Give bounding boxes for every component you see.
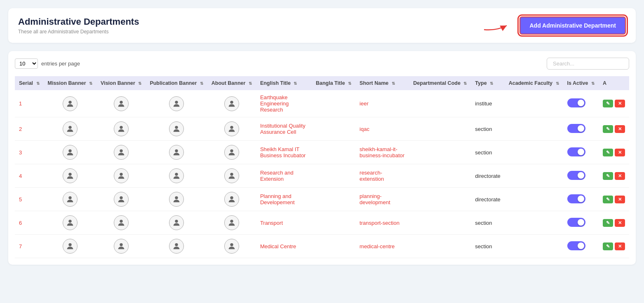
delete-button[interactable]: ✕ [615, 196, 625, 203]
delete-button[interactable]: ✕ [615, 149, 625, 156]
avatar-icon [224, 96, 239, 111]
svg-point-8 [68, 149, 71, 152]
cell-mission-banner [44, 211, 97, 235]
cell-short-name: research-extenstion [355, 164, 409, 188]
cell-is-active [563, 211, 599, 235]
cell-academic-faculty [505, 141, 563, 164]
table-row: 5 Planning and Developement planning-dev… [15, 188, 629, 211]
svg-point-5 [120, 126, 122, 129]
cell-academic-faculty [505, 164, 563, 188]
avatar-icon [169, 121, 184, 136]
arrow-container [480, 19, 511, 32]
active-toggle[interactable] [567, 147, 585, 156]
cell-serial: 4 [15, 164, 44, 188]
svg-point-19 [230, 196, 233, 199]
svg-point-27 [230, 243, 233, 246]
sort-icon-about: ⇅ [249, 81, 252, 86]
cell-vision-banner [96, 188, 146, 211]
cell-type: directorate [471, 188, 504, 211]
cell-short-name: iqac [355, 117, 409, 141]
table-row: 7 Medical Centre medical-centre section … [15, 235, 629, 258]
cell-type: institue [471, 90, 504, 117]
entries-control: 10 25 50 100 entries per page [15, 58, 80, 69]
delete-button[interactable]: ✕ [615, 172, 625, 180]
avatar-icon [114, 121, 129, 136]
active-toggle[interactable] [567, 98, 585, 107]
cell-bangla-title [312, 117, 355, 141]
col-bangla-title: Bangla Title ⇅ [312, 76, 355, 90]
sort-icon-vision: ⇅ [138, 81, 141, 86]
cell-about-banner [207, 188, 256, 211]
active-toggle[interactable] [567, 218, 585, 227]
cell-bangla-title [312, 235, 355, 258]
cell-publication-banner [146, 164, 207, 188]
cell-english-title: Medical Centre [256, 235, 312, 258]
svg-point-15 [230, 173, 233, 176]
cell-short-name: transport-section [355, 211, 409, 235]
cell-publication-banner [146, 211, 207, 235]
cell-serial: 1 [15, 90, 44, 117]
edit-button[interactable]: ✎ [603, 196, 613, 203]
cell-about-banner [207, 90, 256, 117]
svg-point-9 [120, 149, 122, 152]
active-toggle[interactable] [567, 171, 585, 180]
svg-point-3 [230, 100, 233, 103]
avatar-icon [63, 215, 78, 230]
sort-icon-type: ⇅ [490, 81, 493, 86]
table-header: Serial ⇅ Mission Banner ⇅ Vision Banner … [15, 76, 629, 90]
cell-about-banner [207, 235, 256, 258]
active-toggle[interactable] [567, 194, 585, 203]
delete-button[interactable]: ✕ [615, 242, 625, 250]
col-publication-banner: Publication Banner ⇅ [146, 76, 207, 90]
col-serial: Serial ⇅ [15, 76, 44, 90]
cell-mission-banner [44, 141, 97, 164]
avatar-icon [63, 168, 78, 183]
avatar-icon [224, 168, 239, 183]
cell-type: section [471, 117, 504, 141]
svg-point-17 [120, 196, 122, 199]
col-type: Type ⇅ [471, 76, 504, 90]
entries-label: entries per page [41, 61, 80, 67]
edit-button[interactable]: ✎ [603, 125, 613, 133]
cell-publication-banner [146, 188, 207, 211]
delete-button[interactable]: ✕ [615, 125, 625, 133]
cell-vision-banner [96, 211, 146, 235]
cell-type: section [471, 235, 504, 258]
cell-academic-faculty [505, 235, 563, 258]
cell-short-name: planning-development [355, 188, 409, 211]
avatar-icon [224, 192, 239, 207]
add-department-button[interactable]: Add Administrative Department [519, 16, 626, 35]
cell-mission-banner [44, 117, 97, 141]
cell-dept-code [409, 141, 471, 164]
edit-button[interactable]: ✎ [603, 219, 613, 227]
cell-mission-banner [44, 188, 97, 211]
delete-button[interactable]: ✕ [615, 100, 625, 107]
col-vision-banner: Vision Banner ⇅ [96, 76, 146, 90]
cell-actions: ✎ ✕ [599, 164, 629, 188]
edit-button[interactable]: ✎ [603, 149, 613, 156]
cell-serial: 6 [15, 211, 44, 235]
header-row: Serial ⇅ Mission Banner ⇅ Vision Banner … [15, 76, 629, 90]
header-left: Administrative Departments These all are… [18, 16, 139, 35]
active-toggle[interactable] [567, 124, 585, 133]
sort-icon-bangla: ⇅ [348, 81, 351, 86]
cell-bangla-title [312, 211, 355, 235]
edit-button[interactable]: ✎ [603, 100, 613, 107]
sort-icon-pub: ⇅ [200, 81, 203, 86]
cell-short-name: medical-centre [355, 235, 409, 258]
cell-english-title: Research and Extension [256, 164, 312, 188]
cell-actions: ✎ ✕ [599, 117, 629, 141]
edit-button[interactable]: ✎ [603, 242, 613, 250]
svg-point-10 [175, 149, 178, 152]
cell-academic-faculty [505, 90, 563, 117]
cell-vision-banner [96, 164, 146, 188]
delete-button[interactable]: ✕ [615, 219, 625, 227]
entries-per-page-select[interactable]: 10 25 50 100 [15, 58, 38, 69]
cell-dept-code [409, 235, 471, 258]
edit-button[interactable]: ✎ [603, 172, 613, 180]
cell-short-name: ieer [355, 90, 409, 117]
active-toggle[interactable] [567, 241, 585, 250]
header-right: Add Administrative Department [480, 16, 626, 35]
cell-actions: ✎ ✕ [599, 235, 629, 258]
search-input[interactable] [547, 58, 629, 70]
